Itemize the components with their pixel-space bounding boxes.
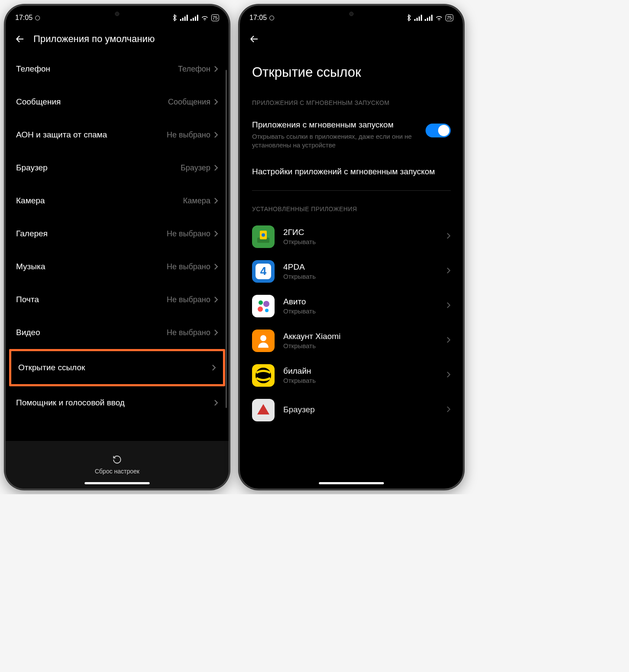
app-icon <box>252 364 275 387</box>
default-messages[interactable]: Сообщения Сообщения <box>6 85 229 118</box>
row-label: Браузер <box>16 163 180 173</box>
home-indicator[interactable] <box>319 482 384 484</box>
row-label: АОН и защита от спама <box>16 130 167 140</box>
default-music[interactable]: Музыка Не выбрано <box>6 250 229 283</box>
svg-rect-7 <box>197 15 198 21</box>
app-icon: 4 <box>252 260 275 283</box>
status-icons: 75 <box>172 14 219 21</box>
svg-point-23 <box>260 335 266 341</box>
default-assistant[interactable]: Помощник и голосовой ввод <box>6 386 229 419</box>
svg-rect-14 <box>429 16 430 21</box>
app-row-2gis[interactable]: 2ГИС Открывать <box>240 219 463 254</box>
chevron-right-icon <box>214 197 218 204</box>
scrollbar[interactable] <box>226 70 227 408</box>
settings-list: Телефон Телефон Сообщения Сообщения АОН … <box>6 52 229 441</box>
app-row-4pda[interactable]: 4 4PDA Открывать <box>240 254 463 289</box>
svg-rect-12 <box>425 19 426 21</box>
phone-left: 17:05 75 Приложения по умолчанию Телефон… <box>4 4 230 490</box>
status-icons: 75 <box>406 14 453 21</box>
app-row-avito[interactable]: Авито Открывать <box>240 289 463 323</box>
instant-apps-toggle-row[interactable]: Приложения с мгновенным запуском Открыва… <box>240 113 463 157</box>
app-name: Авито <box>283 297 438 307</box>
signal-icon <box>414 15 422 21</box>
chevron-right-icon <box>446 302 451 310</box>
content: ПРИЛОЖЕНИЯ С МГНОВЕННЫМ ЗАПУСКОМ Приложе… <box>240 95 463 489</box>
wifi-icon <box>435 15 443 21</box>
svg-point-20 <box>263 301 269 307</box>
instant-apps-settings-link[interactable]: Настройки приложений с мгновенным запуск… <box>240 157 463 188</box>
app-row-browser[interactable]: Браузер <box>240 393 463 427</box>
status-bar: 17:05 75 <box>240 8 463 27</box>
page-title: Открытие ссылок <box>240 52 463 95</box>
chevron-right-icon <box>214 263 218 270</box>
svg-rect-13 <box>427 18 428 21</box>
chevron-right-icon <box>446 371 451 380</box>
svg-rect-6 <box>195 16 196 21</box>
svg-rect-0 <box>180 19 181 21</box>
default-camera[interactable]: Камера Камера <box>6 184 229 217</box>
battery-icon: 75 <box>211 14 219 21</box>
app-status: Открывать <box>283 342 438 349</box>
svg-point-21 <box>258 307 263 312</box>
divider <box>252 190 451 191</box>
toggle-subtitle: Открывать ссылки в приложениях, даже есл… <box>252 132 419 150</box>
row-value: Не выбрано <box>167 229 210 238</box>
chevron-right-icon <box>214 230 218 237</box>
app-icon <box>252 329 275 352</box>
section-installed-apps: УСТАНОВЛЕННЫЕ ПРИЛОЖЕНИЯ <box>240 201 463 219</box>
chevron-right-icon <box>446 267 451 276</box>
app-status: Открывать <box>283 307 438 315</box>
default-video[interactable]: Видео Не выбрано <box>6 316 229 349</box>
row-value: Не выбрано <box>167 295 210 304</box>
chevron-right-icon <box>214 131 218 138</box>
row-label: Галерея <box>16 229 167 238</box>
side-button <box>229 131 230 162</box>
chevron-right-icon <box>214 329 218 336</box>
svg-rect-9 <box>416 18 418 21</box>
row-value: Телефон <box>178 65 210 74</box>
app-status: Открывать <box>283 377 438 384</box>
default-open-links[interactable]: Открытие ссылок <box>11 351 223 384</box>
battery-icon: 75 <box>446 14 453 21</box>
row-label: Открытие ссылок <box>18 363 212 372</box>
header: Приложения по умолчанию <box>6 27 229 52</box>
chevron-right-icon <box>214 164 218 171</box>
row-value: Браузер <box>180 163 210 173</box>
svg-point-19 <box>259 300 263 305</box>
phone-right: 17:05 75 Открытие ссылок ПРИЛОЖЕНИЯ С МГ… <box>239 4 464 490</box>
chevron-right-icon <box>446 406 451 414</box>
default-mail[interactable]: Почта Не выбрано <box>6 283 229 316</box>
default-callerid[interactable]: АОН и защита от спама Не выбрано <box>6 118 229 151</box>
signal-icon <box>425 15 432 21</box>
app-row-beeline[interactable]: билайн Открывать <box>240 358 463 393</box>
app-icon <box>252 399 275 421</box>
row-label: Помощник и голосовой ввод <box>16 398 214 408</box>
chevron-right-icon <box>212 364 216 371</box>
back-button[interactable] <box>249 33 260 45</box>
record-icon <box>35 16 40 20</box>
home-indicator[interactable] <box>85 482 150 484</box>
default-gallery[interactable]: Галерея Не выбрано <box>6 217 229 250</box>
svg-point-18 <box>262 233 265 237</box>
default-browser[interactable]: Браузер Браузер <box>6 151 229 184</box>
toggle-switch[interactable] <box>426 124 451 137</box>
row-value: Не выбрано <box>167 262 210 271</box>
row-value: Камера <box>183 196 210 206</box>
app-row-xiaomi-account[interactable]: Аккаунт Xiaomi Открывать <box>240 323 463 358</box>
side-button <box>464 84 464 123</box>
back-button[interactable] <box>14 33 26 45</box>
reset-icon <box>112 455 122 464</box>
default-telephone[interactable]: Телефон Телефон <box>6 52 229 85</box>
app-status: Открывать <box>283 273 438 280</box>
row-value: Сообщения <box>168 98 210 107</box>
header <box>240 27 463 52</box>
record-icon <box>269 16 274 20</box>
reset-button[interactable]: Сброс настроек <box>6 441 229 489</box>
svg-rect-8 <box>414 19 416 21</box>
status-bar: 17:05 75 <box>6 8 229 27</box>
highlighted-row: Открытие ссылок <box>9 349 225 386</box>
svg-rect-5 <box>193 18 194 21</box>
app-icon <box>252 225 275 248</box>
chevron-right-icon <box>214 296 218 303</box>
svg-point-22 <box>265 309 269 312</box>
